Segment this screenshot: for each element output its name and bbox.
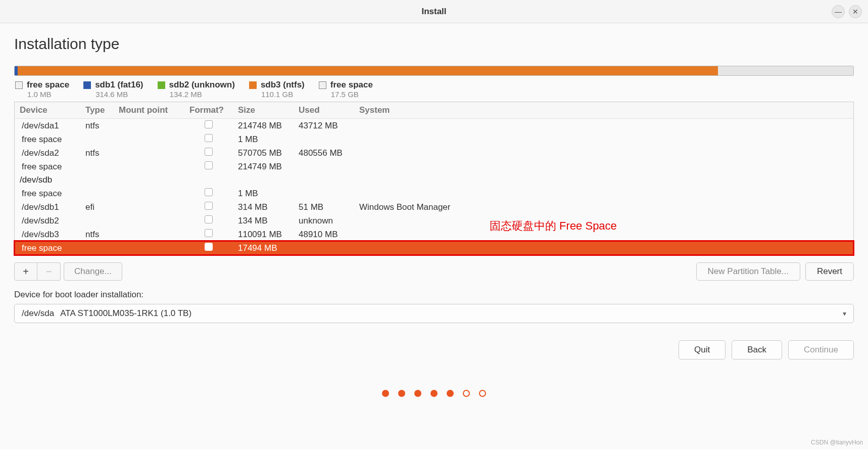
table-row[interactable]: free space1 MB: [15, 187, 853, 200]
cell-size: 17494 MB: [233, 241, 294, 255]
cell-mount: [114, 160, 184, 173]
disk-usage-bar: [14, 66, 854, 76]
cell-format: [184, 228, 233, 241]
cell-device: free space: [15, 160, 80, 173]
table-row[interactable]: /dev/sda1ntfs214748 MB43712 MB: [15, 119, 853, 133]
dot: [479, 390, 486, 397]
table-row[interactable]: /dev/sdb1efi314 MB51 MBWindows Boot Mana…: [15, 200, 853, 214]
cell-size: 314 MB: [233, 200, 294, 214]
nav-row: Quit Back Continue: [14, 340, 854, 360]
cell-used: 51 MB: [294, 200, 354, 214]
legend-label: sdb3 (ntfs): [261, 80, 305, 90]
legend-item: free space1.0 MB: [15, 80, 69, 99]
col-used[interactable]: Used: [294, 102, 354, 119]
dot: [414, 390, 421, 397]
cell-device: /dev/sdb1: [15, 200, 80, 214]
cell-type: ntfs: [80, 146, 114, 160]
legend-sub: 1.0 MB: [27, 90, 69, 99]
progress-dots: [14, 390, 854, 397]
cell-used: 43712 MB: [294, 119, 354, 133]
cell-size: 1 MB: [233, 187, 294, 200]
table-row[interactable]: free space214749 MB: [15, 160, 853, 173]
cell-system: [354, 146, 853, 160]
col-type[interactable]: Type: [80, 102, 114, 119]
cell-mount: [114, 146, 184, 160]
bootloader-select[interactable]: /dev/sda ATA ST1000LM035-1RK1 (1.0 TB) ▾: [14, 304, 854, 323]
legend-item: sdb1 (fat16)314.6 MB: [83, 80, 143, 99]
cell-system: [354, 160, 853, 173]
dot: [463, 390, 470, 397]
cell-device: free space: [15, 241, 80, 255]
back-button[interactable]: Back: [732, 340, 782, 360]
checkbox[interactable]: [205, 202, 213, 210]
cell-system: [354, 214, 853, 228]
chevron-down-icon: ▾: [843, 309, 846, 318]
checkbox[interactable]: [205, 161, 213, 169]
cell-used: [294, 241, 354, 255]
cell-size: 134 MB: [233, 214, 294, 228]
checkbox[interactable]: [205, 229, 213, 237]
table-row[interactable]: free space17494 MB: [15, 241, 853, 255]
dot: [447, 390, 454, 397]
col-format[interactable]: Format?: [184, 102, 233, 119]
checkbox[interactable]: [205, 148, 213, 156]
checkbox[interactable]: [205, 134, 213, 142]
new-partition-table-button[interactable]: New Partition Table...: [696, 262, 800, 281]
checkbox[interactable]: [205, 188, 213, 196]
col-mount[interactable]: Mount point: [114, 102, 184, 119]
cell-size: 214748 MB: [233, 119, 294, 133]
dot: [398, 390, 405, 397]
revert-button[interactable]: Revert: [805, 262, 854, 281]
cell-type: ntfs: [80, 119, 114, 133]
minimize-button[interactable]: —: [832, 5, 845, 18]
checkbox[interactable]: [205, 215, 213, 223]
quit-button[interactable]: Quit: [679, 340, 726, 360]
cell-format: [184, 160, 233, 173]
cell-format: [184, 200, 233, 214]
partition-table[interactable]: Device Type Mount point Format? Size Use…: [15, 102, 853, 255]
checkbox[interactable]: [205, 120, 213, 128]
col-system[interactable]: System: [354, 102, 853, 119]
legend-sub: 17.5 GB: [331, 90, 373, 99]
page-title: Installation type: [14, 35, 854, 53]
legend-item: sdb3 (ntfs)110.1 GB: [249, 80, 305, 99]
close-button[interactable]: ✕: [849, 5, 862, 18]
legend: free space1.0 MBsdb1 (fat16)314.6 MBsdb2…: [15, 80, 854, 99]
cell-type: [80, 214, 114, 228]
table-row[interactable]: /dev/sdb: [15, 173, 853, 187]
table-row[interactable]: /dev/sda2ntfs570705 MB480556 MB: [15, 146, 853, 160]
cell-type: [80, 187, 114, 200]
legend-item: free space17.5 GB: [319, 80, 373, 99]
bootloader-label: Device for boot loader installation:: [14, 290, 854, 300]
titlebar: Install — ✕: [0, 0, 868, 23]
continue-button[interactable]: Continue: [788, 340, 854, 360]
legend-label: sdb2 (unknown): [169, 80, 235, 90]
table-row[interactable]: free space1 MB: [15, 132, 853, 146]
cell-device: /dev/sda2: [15, 146, 80, 160]
legend-label: sdb1 (fat16): [95, 80, 143, 90]
partition-toolbar: + − Change... New Partition Table... Rev…: [14, 262, 854, 281]
legend-label: free space: [330, 80, 373, 90]
col-device[interactable]: Device: [15, 102, 80, 119]
cell-type: efi: [80, 200, 114, 214]
cell-used: 480556 MB: [294, 146, 354, 160]
cell-used: 48910 MB: [294, 228, 354, 241]
watermark: CSDN @tianyvHon: [811, 439, 863, 446]
bootloader-device: /dev/sda: [22, 308, 54, 319]
cell-mount: [114, 241, 184, 255]
col-size[interactable]: Size: [233, 102, 294, 119]
table-row[interactable]: /dev/sdb2134 MBunknown: [15, 214, 853, 228]
legend-sub: 314.6 MB: [95, 90, 143, 99]
cell-system: [354, 187, 853, 200]
cell-size: 570705 MB: [233, 146, 294, 160]
swatch-icon: [249, 81, 257, 89]
swatch-icon: [158, 81, 165, 89]
cell-format: [184, 241, 233, 255]
checkbox[interactable]: [205, 243, 213, 251]
remove-button[interactable]: −: [37, 262, 61, 281]
cell-type: [80, 160, 114, 173]
cell-mount: [114, 228, 184, 241]
add-button[interactable]: +: [14, 262, 37, 281]
change-button[interactable]: Change...: [64, 262, 122, 281]
table-row[interactable]: /dev/sdb3ntfs110091 MB48910 MB: [15, 228, 853, 241]
